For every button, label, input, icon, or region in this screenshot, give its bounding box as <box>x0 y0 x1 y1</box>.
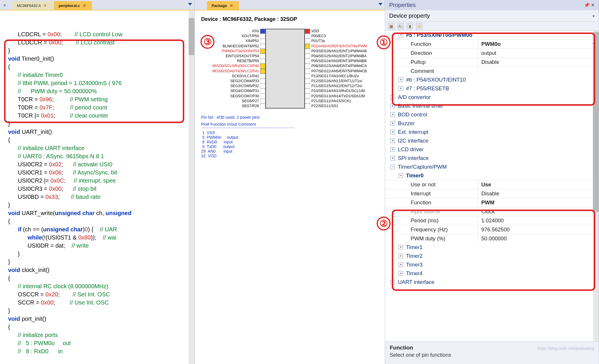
expand-icon[interactable]: + <box>398 254 403 258</box>
pin-pad-17[interactable] <box>305 104 310 109</box>
pin6-group[interactable]: + #6 : P54/SXOUT/EINT10 <box>385 75 599 84</box>
pin-pad-22[interactable] <box>305 79 310 84</box>
code-editor[interactable]: LCDCRL = 0x00; // LCD control Low LCDCCR… <box>0 10 194 364</box>
pin-pad-8[interactable] <box>260 64 265 69</box>
expand-icon[interactable]: + <box>390 156 395 161</box>
pin-pad-2[interactable] <box>260 34 265 39</box>
prop-value[interactable]: output <box>478 49 599 57</box>
expand-icon[interactable]: + <box>398 245 403 250</box>
expand-icon[interactable]: + <box>390 95 395 100</box>
prop-value[interactable]: 976.562500 <box>478 225 599 234</box>
pin-pad-25[interactable] <box>305 64 310 69</box>
expand-icon[interactable]: + <box>390 130 395 134</box>
pin-pad-11[interactable] <box>260 79 265 84</box>
pin-pad-24[interactable] <box>305 69 310 74</box>
pin-pad-6[interactable] <box>260 54 265 59</box>
expand-icon[interactable]: + <box>390 112 395 117</box>
group-bod-control[interactable]: +BOD control <box>385 110 599 119</box>
group-timer2[interactable]: +Timer2 <box>385 252 599 260</box>
group-timer1[interactable]: +Timer1 <box>385 243 599 252</box>
group-basic-interval-timer[interactable]: +Basic interval timer <box>385 102 599 110</box>
pin-pad-32[interactable] <box>305 29 310 34</box>
close-icon[interactable]: ✕ <box>83 3 86 8</box>
prop-value[interactable]: 50.000000 <box>478 234 599 243</box>
pin-panel-icon[interactable]: 📌 ✕ <box>584 2 595 8</box>
tab-dropdown-icon[interactable] <box>378 3 382 6</box>
timer-capture-pwm-group[interactable]: − Timer/Capture/PWM <box>385 163 599 171</box>
pin-pad-14[interactable] <box>260 93 265 98</box>
editor-scrollbar-thumb[interactable] <box>189 18 194 55</box>
prop-row-comment[interactable]: Comment <box>385 66 599 75</box>
prop-row-pwm-duty-[interactable]: PWM duty (%)50.000000 <box>385 234 599 243</box>
pin-pad-12[interactable] <box>260 84 265 89</box>
timer0-group[interactable]: − Timer0 <box>385 171 599 180</box>
expand-icon[interactable]: + <box>390 104 395 108</box>
properties-category[interactable]: Device property ▾ <box>385 10 599 22</box>
group-a-d-convertor[interactable]: +A/D convertor <box>385 93 599 102</box>
expand-icon[interactable]: + <box>398 86 403 91</box>
expand-icon[interactable]: ▮ <box>407 23 413 29</box>
pin-pad-4[interactable] <box>260 44 265 49</box>
close-icon[interactable]: ✕ <box>230 3 233 8</box>
tab-peripheral-c[interactable]: peripheral.c✕ <box>54 1 92 10</box>
lightning-icon[interactable]: ⚡ <box>416 23 422 29</box>
collapse-icon[interactable]: − <box>398 33 403 37</box>
pin-pad-9[interactable] <box>260 69 265 74</box>
prop-row-frequency-hz-[interactable]: Frequency (Hz)976.562500 <box>385 225 599 234</box>
collapse-icon[interactable]: − <box>398 173 403 178</box>
expand-icon[interactable]: + <box>398 262 403 267</box>
pin-pad-1[interactable] <box>260 29 265 34</box>
expand-icon[interactable]: + <box>390 138 395 143</box>
group-i2c-interface[interactable]: +I2C interface <box>385 136 599 145</box>
prop-value[interactable]: PWM0o <box>478 40 599 48</box>
pin-pad-16[interactable] <box>260 104 265 109</box>
pin-pad-23[interactable] <box>305 74 310 79</box>
property-tree[interactable]: − #5 : P53/SXIN/T0o/PWM0o FunctionPWM0oD… <box>385 31 599 341</box>
pin-pad-28[interactable] <box>305 49 310 54</box>
properties-scrollbar-thumb[interactable] <box>593 32 599 212</box>
group-spi-interface[interactable]: +SPI interface <box>385 154 599 163</box>
prop-row-input-source[interactable]: input sourceClock <box>385 207 599 216</box>
tab-mc96f6432-h[interactable]: MC96F6432.h✕ <box>12 1 53 10</box>
expand-icon[interactable]: + <box>390 147 395 152</box>
pin-pad-20[interactable] <box>305 89 310 93</box>
pin-pad-10[interactable] <box>260 74 265 79</box>
tab-package[interactable]: Package ✕ <box>207 1 239 10</box>
pin-pad-31[interactable] <box>305 34 310 39</box>
pin7-group[interactable]: + #7 : P55/RESETB <box>385 84 599 93</box>
pin-pad-21[interactable] <box>305 84 310 89</box>
prop-row-period-ms-[interactable]: Period (ms)1.024000 <box>385 216 599 225</box>
pin-pad-30[interactable] <box>305 39 310 44</box>
prop-value[interactable]: Disable <box>478 189 599 198</box>
sort-az-icon[interactable]: A↓ <box>397 23 404 29</box>
pin5-group[interactable]: − #5 : P53/SXIN/T0o/PWM0o <box>385 31 599 39</box>
prop-row-interrupt[interactable]: InterruptDisable <box>385 189 599 198</box>
prop-row-use-or-not[interactable]: Use or notUse <box>385 180 599 189</box>
pin-pad-13[interactable] <box>260 89 265 93</box>
group-timer4[interactable]: +Timer4 <box>385 269 599 278</box>
pin-pad-18[interactable] <box>305 99 310 104</box>
close-icon[interactable]: ✕ <box>44 3 47 8</box>
expand-icon[interactable]: + <box>398 271 403 276</box>
prop-row-function[interactable]: FunctionPWM <box>385 198 599 207</box>
close-panel-icon[interactable]: ✕ <box>2 2 8 8</box>
group-buzzer[interactable]: +Buzzer <box>385 119 599 128</box>
prop-row-function[interactable]: FunctionPWM0o <box>385 39 599 48</box>
pin-pad-5[interactable] <box>260 49 265 54</box>
collapse-icon[interactable]: − <box>390 165 395 169</box>
prop-row-pullup[interactable]: PullupDisable <box>385 57 599 66</box>
expand-icon[interactable]: + <box>390 121 395 126</box>
prop-row-direction[interactable]: Directionoutput <box>385 48 599 57</box>
tab-dropdown-icon[interactable] <box>188 3 192 6</box>
prop-value[interactable]: 1.024000 <box>478 216 599 225</box>
prop-value[interactable]: Clock <box>478 207 599 216</box>
expand-icon[interactable]: + <box>398 78 403 82</box>
group-ext-interrupt[interactable]: +Ext. interrupt <box>385 128 599 136</box>
pin-pad-26[interactable] <box>305 59 310 64</box>
group-timer3[interactable]: +Timer3 <box>385 260 599 269</box>
pin-pad-15[interactable] <box>260 99 265 104</box>
pin-pad-7[interactable] <box>260 59 265 64</box>
prop-value[interactable]: Disable <box>478 58 599 66</box>
pin-pad-27[interactable] <box>305 54 310 59</box>
group-lcd-driver[interactable]: +LCD driver <box>385 145 599 154</box>
